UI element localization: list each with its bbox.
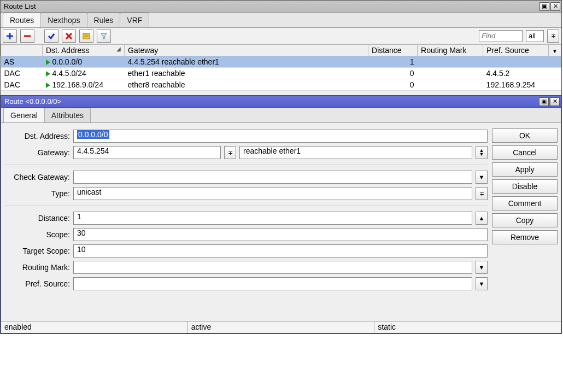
gateway-overflow-button[interactable]: ∓ — [224, 146, 236, 159]
copy-button[interactable]: Copy — [492, 213, 558, 227]
comment-button[interactable] — [79, 30, 93, 43]
table-row[interactable]: DAC 4.4.5.0/24 ether1 reachable 0 4.4.5.… — [1, 68, 561, 79]
detail-title-bar: Route <0.0.0.0/0> ▣ ✕ — [1, 96, 561, 108]
gateway-status: reachable ether1 — [239, 146, 472, 159]
type-input[interactable]: unicast — [73, 187, 472, 200]
gateway-label: Gateway: — [4, 148, 70, 157]
route-detail-window: Route <0.0.0.0/0> ▣ ✕ General Attributes… — [1, 95, 561, 334]
svg-marker-8 — [101, 33, 107, 39]
detail-tabs: General Attributes — [1, 108, 561, 123]
gateway-input[interactable]: 4.4.5.254 — [73, 146, 221, 159]
col-gateway[interactable]: Gateway — [125, 45, 368, 56]
tab-attributes[interactable]: Attributes — [44, 108, 91, 122]
status-enabled: enabled — [1, 321, 188, 333]
routing-mark-dropdown[interactable]: ▼ — [476, 261, 488, 274]
active-icon — [46, 60, 50, 65]
detail-minimize-button[interactable]: ▣ — [539, 97, 549, 106]
route-list-window: Route List ▣ ✕ Routes Nexthops Rules VRF — [0, 0, 562, 334]
detail-body: Dst. Address: 0.0.0.0/0 Gateway: 4.4.5.2… — [1, 123, 561, 321]
col-distance[interactable]: Distance — [368, 45, 418, 56]
col-flags[interactable] — [1, 45, 43, 56]
cancel-button[interactable]: Cancel — [492, 145, 558, 160]
routing-mark-label: Routing Mark: — [4, 263, 70, 272]
filter-combo-overflow[interactable]: ∓ — [547, 30, 559, 43]
disable-button[interactable]: Disable — [492, 179, 558, 194]
routing-mark-input[interactable] — [73, 261, 472, 274]
distance-input[interactable]: 1 — [73, 212, 472, 225]
sort-icon: ◢ — [115, 46, 121, 52]
scope-input[interactable]: 30 — [73, 228, 488, 241]
window-title: Route List — [2, 2, 36, 10]
tab-routes[interactable]: Routes — [3, 13, 41, 27]
disable-button[interactable] — [62, 30, 76, 43]
main-tabs: Routes Nexthops Rules VRF — [1, 13, 561, 28]
pref-source-dropdown[interactable]: ▼ — [476, 277, 488, 290]
detail-window-title: Route <0.0.0.0/0> — [2, 97, 61, 106]
tab-general[interactable]: General — [3, 108, 45, 122]
type-label: Type: — [4, 189, 70, 198]
distance-collapse[interactable]: ▲ — [476, 212, 488, 225]
enable-button[interactable] — [44, 30, 58, 43]
svg-rect-2 — [24, 35, 31, 37]
svg-rect-5 — [83, 33, 90, 39]
tab-rules[interactable]: Rules — [87, 13, 121, 27]
active-icon — [46, 83, 50, 88]
dst-address-input[interactable]: 0.0.0.0/0 — [73, 130, 488, 143]
dst-address-label: Dst. Address: — [4, 132, 70, 141]
detail-close-button[interactable]: ✕ — [550, 97, 560, 106]
filter-button[interactable] — [97, 30, 111, 43]
scope-label: Scope: — [4, 230, 70, 239]
remove-button[interactable]: Remove — [492, 230, 558, 244]
check-gateway-label: Check Gateway: — [4, 173, 70, 182]
pref-source-input[interactable] — [73, 277, 472, 290]
target-scope-label: Target Scope: — [4, 247, 70, 255]
detail-status-bar: enabled active static — [1, 321, 561, 333]
col-pref-source[interactable]: Pref. Source — [483, 45, 549, 56]
status-active: active — [188, 321, 375, 333]
toolbar: all ∓ — [1, 28, 561, 44]
distance-label: Distance: — [4, 214, 70, 223]
minimize-button[interactable]: ▣ — [539, 2, 549, 11]
close-button[interactable]: ✕ — [550, 2, 560, 11]
status-static: static — [374, 321, 561, 333]
active-icon — [46, 71, 50, 77]
filter-combo[interactable]: all — [526, 30, 544, 42]
check-gateway-dropdown[interactable]: ▼ — [476, 171, 488, 184]
route-table-wrapper: Dst. Address ◢ Gateway Distance Routing … — [1, 44, 561, 91]
apply-button[interactable]: Apply — [492, 162, 558, 177]
table-row[interactable]: AS 0.0.0.0/0 4.4.5.254 reachable ether1 … — [1, 56, 561, 68]
tab-nexthops[interactable]: Nexthops — [40, 13, 87, 27]
find-input[interactable] — [479, 30, 523, 42]
remove-button[interactable] — [20, 30, 34, 43]
table-row[interactable]: DAC 192.168.9.0/24 ether8 reachable 0 19… — [1, 79, 561, 91]
add-button[interactable] — [3, 30, 17, 43]
col-menu[interactable]: ▼ — [549, 45, 561, 56]
check-gateway-input[interactable] — [73, 171, 472, 184]
title-bar: Route List ▣ ✕ — [1, 1, 561, 13]
target-scope-input[interactable]: 10 — [73, 244, 488, 258]
col-dst[interactable]: Dst. Address ◢ — [43, 45, 125, 56]
svg-rect-1 — [7, 35, 13, 37]
detail-buttons: OK Cancel Apply Disable Comment Copy Rem… — [492, 126, 558, 318]
tab-vrf[interactable]: VRF — [120, 13, 149, 27]
gateway-updown-button[interactable]: ▲▼ — [476, 146, 488, 159]
col-routing-mark[interactable]: Routing Mark — [418, 45, 483, 56]
comment-button[interactable]: Comment — [492, 196, 558, 210]
route-table: Dst. Address ◢ Gateway Distance Routing … — [1, 44, 561, 91]
detail-form: Dst. Address: 0.0.0.0/0 Gateway: 4.4.5.2… — [4, 126, 488, 318]
type-overflow[interactable]: ∓ — [476, 187, 488, 200]
ok-button[interactable]: OK — [492, 128, 558, 143]
pref-source-label: Pref. Source: — [4, 279, 70, 288]
